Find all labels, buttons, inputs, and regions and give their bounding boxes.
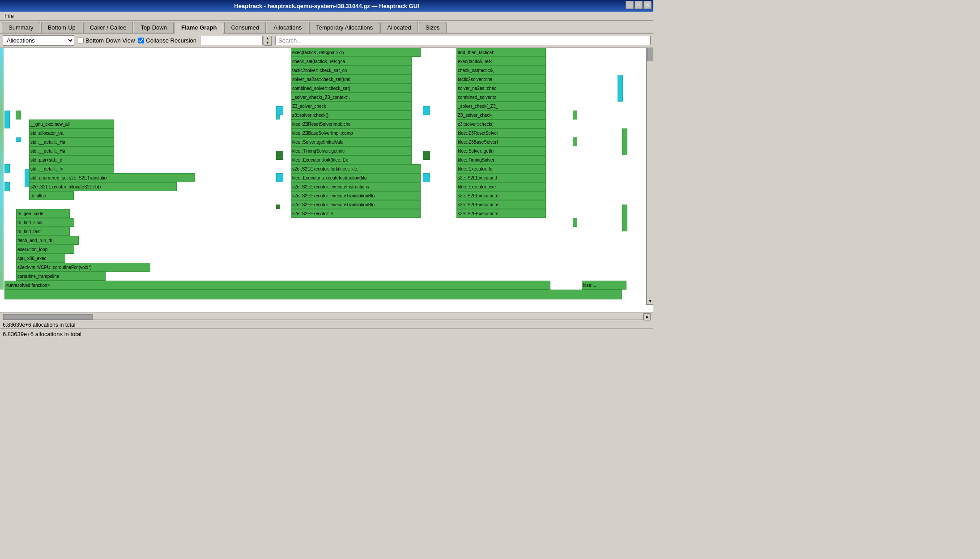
flame-block[interactable]: klee::Solver::getIn [456,146,546,155]
flame-block[interactable]: check_sat(tactic&, ref<goa [291,57,412,66]
flame-accent-block [276,151,283,160]
flame-block[interactable]: tb_find_slow [16,218,74,227]
flame-block[interactable]: std::__detail::_Ha [29,146,114,155]
threshold-spinner[interactable]: ▲ ▼ [264,36,272,46]
flame-block[interactable]: s2e::S2EExecutor::e [291,209,421,218]
flame-block[interactable]: s2e::S2EExecutor::e [456,200,546,209]
menu-file[interactable]: File [2,12,17,20]
flame-block[interactable]: coroutine_trampoline [16,272,106,281]
flame-block[interactable]: s2e::S2EExecutor::f [456,173,546,182]
flame-block[interactable]: exec(tactic&, ref<goal> co [291,48,421,57]
flame-block[interactable]: tactic2solver::check_sat_co [291,66,412,75]
flame-block[interactable]: Z3_solver_check [291,102,412,111]
threshold-up[interactable]: ▲ [264,36,271,41]
bottom-status-bar: 6.83639e+6 allocations in total [0,329,653,339]
flame-block[interactable]: execution_loop [16,245,74,254]
flame-block[interactable]: __gnu_cxx::new_all [29,119,114,128]
scroll-thumb-horizontal[interactable] [3,314,93,320]
bottom-down-checkbox[interactable] [78,38,84,43]
bottom-down-label[interactable]: Bottom-Down View [78,37,135,44]
minimize-button[interactable]: ─ [626,1,634,9]
flame-accent-block [622,128,627,155]
flame-block[interactable]: klee::Executor::fork(klee::Ex [291,155,412,164]
allocations-total: 6.83639e+6 allocations in total [0,321,653,329]
flame-accent-block [423,173,430,182]
flame-block[interactable]: s2e::S2EExecutor::executeTranslationBlo [291,191,421,200]
flame-block[interactable]: klee::Executor::exe [456,182,546,191]
flame-block[interactable]: combined_solver::c [456,93,546,102]
flame-block[interactable]: s2e::S2EExecutor::fork(klee:: kle... [291,164,421,173]
flame-block[interactable]: z3::solver::check() [291,111,412,119]
collapse-label[interactable]: Collapse Recursion [138,37,196,44]
window-controls[interactable]: ─ □ ✕ [626,1,652,9]
flame-block[interactable]: std::__detail::_In [29,164,114,173]
flame-block[interactable]: klee::TimingSolver::getIniti [291,146,412,155]
flame-block[interactable]: solver_na2as::check_sat(uns [291,75,412,84]
flame-block[interactable]: klee::Z3ResetSolver [456,128,546,137]
flame-block[interactable]: combined_solver::check_sat( [291,84,412,93]
flame-block[interactable]: solver_na2as::chec [456,84,546,93]
flame-accent-block [618,75,623,102]
tab-allocations[interactable]: Allocations [267,22,308,33]
tab-temporary-allocations[interactable]: Temporary Allocations [309,22,379,33]
flame-block[interactable]: s2e::kvm::VCPU::coroutineFcn(void*) [16,263,150,272]
scroll-down-button[interactable]: ▼ [647,298,653,305]
flame-block[interactable]: std::pair<std::_d [29,155,114,164]
threshold-down[interactable]: ▼ [264,41,271,45]
flame-graph[interactable]: exec(tactic&, ref<goal> coand_then_tacti… [0,48,637,303]
tab-sizes[interactable]: Sizes [419,22,447,33]
flame-block[interactable]: s2e::S2EExecutor::executeTranslationBlo [291,200,421,209]
flame-block[interactable]: klee::Executor::for [456,164,546,173]
flame-block[interactable]: check_sat(tactic&, [456,66,546,75]
flame-block[interactable]: klee::Solver::getInitialValu [291,137,412,146]
flame-block[interactable]: klee::TimingSolver: [456,155,546,164]
flame-block[interactable]: s2e::S2EExecutor::allocateS2ETb() [29,182,177,191]
flame-block[interactable]: tactic2solver::che [456,75,546,84]
tab-flame-graph[interactable]: Flame Graph [175,22,223,34]
flame-block[interactable]: std::__detail::_Ha [29,137,114,146]
flame-block[interactable]: fetch_and_run_tb [16,236,79,245]
flame-block[interactable]: s2e::S2EExecutor::executeInstructions [291,182,421,191]
tab-caller-callee[interactable]: Caller / Callee [83,22,133,33]
tab-consumed[interactable]: Consumed [224,22,266,33]
tab-allocated[interactable]: Allocated [380,22,418,33]
threshold-input[interactable]: Cost Threshold: 0.10% [200,36,263,45]
flame-block[interactable]: exec(tactic&, ref< [456,57,546,66]
flame-block[interactable]: klee::Executor::executeInstruction(klu [291,173,421,182]
flame-block[interactable]: tb_alloc [29,191,74,200]
flame-block[interactable]: tb_find_fast [16,227,70,236]
maximize-button[interactable]: □ [635,1,643,9]
flame-block[interactable]: std::unordered_set s2e::S2ETranslatio [29,173,195,182]
flame-container: exec(tactic&, ref<goal> coand_then_tacti… [0,48,653,312]
search-input[interactable] [275,36,651,45]
flame-accent-block [4,111,10,128]
flame-left-bg [0,48,4,290]
flame-block[interactable]: klee::Z3ResetSolverImpl::che [291,119,412,128]
scroll-thumb-vertical[interactable] [647,48,653,61]
tab-summary[interactable]: Summary [2,22,40,33]
flame-accent-block [622,205,627,231]
scrollbar-vertical[interactable]: ▼ [646,48,653,305]
flame-bottom-block[interactable] [4,290,622,299]
flame-block[interactable]: _solver_check(_Z3_context*, [291,93,412,102]
flame-block[interactable]: s2e::S2EExecutor::s [456,209,546,218]
flame-block[interactable]: cpu_x86_exec [16,254,65,263]
close-button[interactable]: ✕ [643,1,652,9]
flame-block[interactable]: std::allocator_tra [29,128,114,137]
flame-block[interactable]: z3::solver::check( [456,119,546,128]
flame-block[interactable]: tb_gen_code [16,209,70,218]
flame-block[interactable]: s2e::S2EExecutor::e [456,191,546,200]
flame-block[interactable]: klee::Z3BaseSolverI [456,137,546,146]
flame-block[interactable]: klee::Z3BaseSolverImpl::comp [291,128,412,137]
flame-block[interactable]: <unresolved function> [4,281,550,290]
flame-block[interactable]: _solver_check(_Z3_ [456,102,546,111]
scroll-right-button[interactable]: ▶ [643,313,651,320]
scrollbar-horizontal[interactable] [3,314,643,320]
view-selector[interactable]: AllocationsConsumedTemporary Allocations… [3,35,74,46]
flame-block[interactable]: and_then_tactical: [456,48,546,57]
tab-top-down[interactable]: Top-Down [134,22,174,33]
tab-bottom-up[interactable]: Bottom-Up [41,22,82,33]
collapse-checkbox[interactable] [138,38,144,43]
flame-block[interactable]: Z3_solver_check [456,111,546,119]
flame-block[interactable]: klee::... [582,281,626,290]
